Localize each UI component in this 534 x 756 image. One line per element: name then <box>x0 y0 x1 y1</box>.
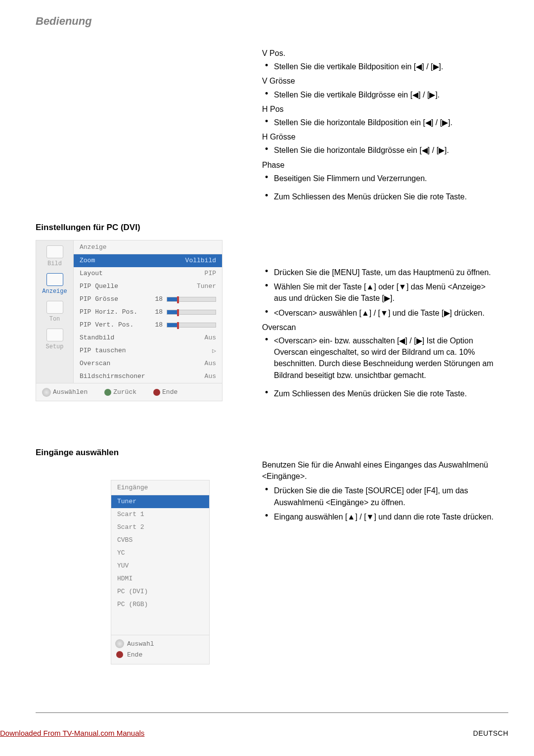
osd-row-layout[interactable]: Layout PIP <box>74 267 222 280</box>
page-title: Bedienung <box>36 15 92 28</box>
heading-vpos: V Pos. <box>262 47 499 59</box>
osd-sidebar: Bild Anzeige Ton Setup <box>36 240 74 383</box>
osd-row-pip-horiz[interactable]: PIP Horiz. Pos. 18 <box>74 306 222 319</box>
input-row-tuner[interactable]: Tuner <box>111 495 209 508</box>
bullet-close-1: Zum Schliessen des Menüs drücken Sie die… <box>262 191 499 202</box>
input-row-pc-dvi[interactable]: PC (DVI) <box>111 585 209 598</box>
osd-row-pip-vert[interactable]: PIP Vert. Pos. 18 <box>74 319 222 331</box>
input-row-cvbs[interactable]: CVBS <box>111 534 209 547</box>
heading-hpos: H Pos <box>262 103 499 115</box>
input-row-scart1[interactable]: Scart 1 <box>111 508 209 521</box>
input-row-yc[interactable]: YC <box>111 547 209 560</box>
heading-hgroesse: H Grösse <box>262 131 499 142</box>
sidebar-item-bild[interactable]: Bild <box>36 243 73 271</box>
footer-end: Ende <box>115 649 205 660</box>
bullet-overscan-select: <Overscan> auswählen [▲] / [▼] und die T… <box>262 307 499 319</box>
osd-panel-title: Anzeige <box>74 240 222 254</box>
osd-row-pip-groesse[interactable]: PIP Grösse 18 <box>74 293 222 306</box>
osd-footer: Auswählen Zurück Ende <box>36 383 222 401</box>
red-dot-icon <box>153 389 160 396</box>
bullet-hgroesse: Stellen Sie die horizontale Bildgrösse e… <box>262 144 499 156</box>
language-label: DEUTSCH <box>473 729 508 737</box>
inputs-intro: Benutzen Sie für die Anwahl eines Eingan… <box>262 459 499 482</box>
osd-row-pip-tauschen[interactable]: PIP tauschen ▷ <box>74 344 222 357</box>
horizontal-rule <box>36 712 508 713</box>
footer-select: Auswählen <box>42 388 88 397</box>
ok-icon <box>42 388 51 397</box>
red-dot-icon <box>116 651 123 658</box>
bullet-input-select: Eingang auswählen [▲] / [▼] und dann die… <box>262 511 499 522</box>
bullet-phase: Beseitigen Sie Flimmern und Verzerrungen… <box>262 173 499 184</box>
display-icon <box>46 273 63 286</box>
section-title-inputs: Eingänge auswählen <box>36 448 119 458</box>
slider-bar[interactable] <box>167 297 216 302</box>
bullet-vgroesse: Stellen Sie die vertikale Bildgrösse ein… <box>262 89 499 100</box>
heading-overscan: Overscan <box>262 322 499 333</box>
download-link[interactable]: Downloaded From TV-Manual.com Manuals <box>0 729 144 737</box>
bullet-hpos: Stellen Sie die horizontale Bildposition… <box>262 117 499 128</box>
heading-phase: Phase <box>262 159 499 171</box>
image-icon <box>46 245 63 258</box>
osd-panel-inputs: Eingänge Tuner Scart 1 Scart 2 CVBS YC Y… <box>111 480 210 664</box>
osd-row-overscan[interactable]: Overscan Aus <box>74 357 222 370</box>
bullet-vpos: Stellen Sie die vertikale Bildposition e… <box>262 61 499 72</box>
sound-icon <box>46 301 63 314</box>
green-dot-icon <box>104 389 111 396</box>
bullet-source-open: Drücken Sie die die Taste [SOURCE] oder … <box>262 485 499 508</box>
slider-bar[interactable] <box>167 310 216 315</box>
input-row-scart2[interactable]: Scart 2 <box>111 521 209 534</box>
sidebar-item-anzeige[interactable]: Anzeige <box>36 271 73 299</box>
setup-icon <box>46 329 63 341</box>
bullet-menu-open: Drücken Sie die [MENU] Taste, um das Hau… <box>262 267 499 278</box>
osd-row-bildschirmschoner[interactable]: Bildschirmschoner Aus <box>74 370 222 383</box>
osd-row-zoom[interactable]: Zoom Vollbild <box>74 254 222 267</box>
input-row-pc-rgb[interactable]: PC (RGB) <box>111 598 209 611</box>
osd-inputs-title: Eingänge <box>111 480 209 495</box>
input-row-yuv[interactable]: YUV <box>111 560 209 572</box>
osd-row-standbild[interactable]: Standbild Aus <box>74 331 222 344</box>
footer-select: Auswahl <box>115 638 205 649</box>
input-row-hdmi[interactable]: HDMI <box>111 572 209 585</box>
bullet-overscan-desc: <Overscan> ein- bzw. ausschalten [◀] / [… <box>262 335 499 381</box>
section-title-pc-dvi: Einstellungen für PC (DVI) <box>36 223 140 233</box>
sidebar-item-setup[interactable]: Setup <box>36 327 73 354</box>
ok-icon <box>115 639 124 648</box>
osd-panel-anzeige: Bild Anzeige Ton Setup Anzeige Zoom Voll… <box>36 240 222 401</box>
footer-end: Ende <box>153 388 178 396</box>
bullet-anzeige-select: Wählen Sie mit der Taste [▲] oder [▼] da… <box>262 281 499 304</box>
osd-inputs-footer: Auswahl Ende <box>111 635 209 664</box>
bullet-close-2: Zum Schliessen des Menüs drücken Sie die… <box>262 388 499 399</box>
osd-row-pip-quelle[interactable]: PIP Quelle Tuner <box>74 280 222 293</box>
slider-bar[interactable] <box>167 323 216 328</box>
footer-back: Zurück <box>104 388 136 396</box>
heading-vgroesse: V Grösse <box>262 75 499 87</box>
sidebar-item-ton[interactable]: Ton <box>36 299 73 327</box>
